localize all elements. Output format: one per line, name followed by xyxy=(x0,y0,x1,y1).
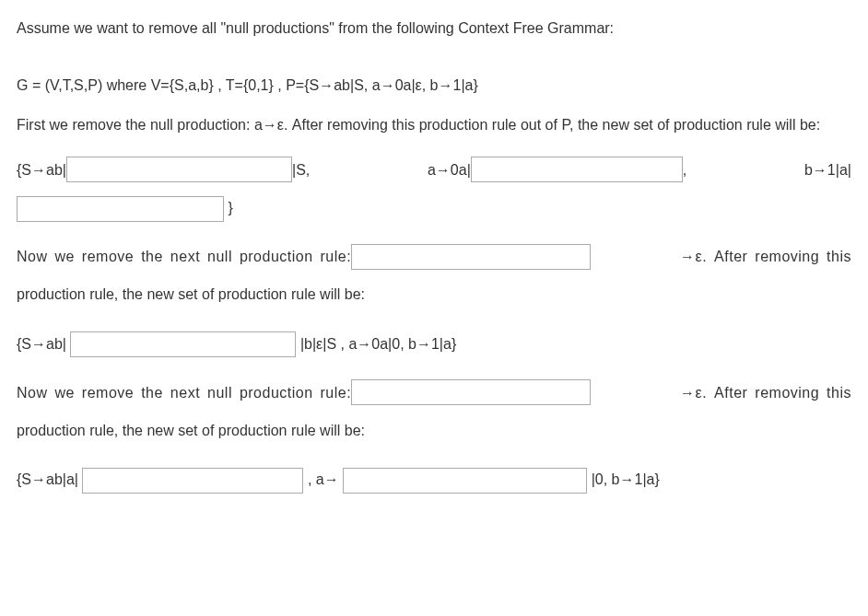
para3-text-a: Now we remove the next null production r… xyxy=(17,377,351,409)
intro-text: Assume we want to remove all "null produ… xyxy=(17,17,851,41)
rule3-prefix: {S→ab|a| xyxy=(17,471,78,487)
para3-input[interactable] xyxy=(351,379,591,405)
rule3-suffix: |0, b→1|a} xyxy=(592,471,660,487)
rule1-part1-prefix: {S→ab| xyxy=(17,154,66,186)
paragraph-3-block: Now we remove the next null production r… xyxy=(17,377,851,447)
rule2-input-1[interactable] xyxy=(70,331,296,357)
rule3-input-2[interactable] xyxy=(343,468,587,494)
rule1-input-2[interactable] xyxy=(471,157,683,182)
rule1-part1-suffix: |S, xyxy=(292,154,310,186)
para2-text-a: Now we remove the next null production r… xyxy=(17,240,351,273)
rule1-part3-prefix: b→1|a| xyxy=(804,154,851,186)
paragraph-1: First we remove the null production: a→ε… xyxy=(17,113,851,137)
grammar-definition: G = (V,T,S,P) where V={S,a,b} , T={0,1} … xyxy=(17,74,851,98)
production-rule-2: {S→ab| |b|ε|S , a→0a|0, b→1|a} xyxy=(17,328,851,360)
rule3-mid: , a→ xyxy=(308,471,339,487)
rule1-closing: } xyxy=(228,200,232,215)
production-rule-1: {S→ab| |S, a→0a| , b→1|a| } xyxy=(17,154,851,224)
para2-text-b: →ε. After removing this xyxy=(680,240,851,273)
paragraph-2-block: Now we remove the next null production r… xyxy=(17,240,851,310)
rule1-input-1[interactable] xyxy=(66,157,292,182)
para2-text-c: production rule, the new set of producti… xyxy=(17,278,851,310)
production-rule-3: {S→ab|a| , a→ |0, b→1|a} xyxy=(17,463,851,495)
rule2-suffix: |b|ε|S , a→0a|0, b→1|a} xyxy=(300,336,456,352)
rule1-part2-suffix: , xyxy=(683,154,686,186)
para2-input[interactable] xyxy=(351,244,591,270)
rule1-input-3[interactable] xyxy=(17,196,224,222)
rule2-prefix: {S→ab| xyxy=(17,336,66,352)
rule3-input-1[interactable] xyxy=(82,468,303,494)
rule1-part2-prefix: a→0a| xyxy=(428,154,471,186)
para3-text-b: →ε. After removing this xyxy=(680,377,851,409)
para3-text-c: production rule, the new set of producti… xyxy=(17,414,851,447)
